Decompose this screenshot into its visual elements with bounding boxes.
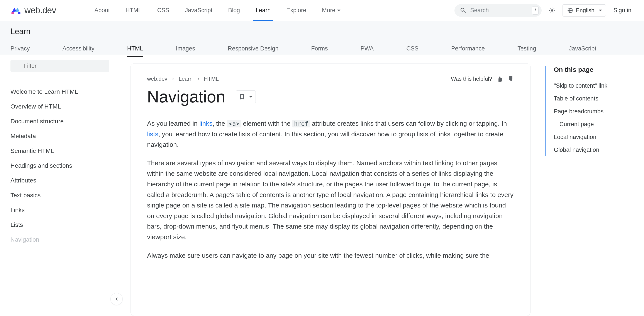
sidebar-item-welcome[interactable]: Welcome to Learn HTML!	[0, 84, 120, 99]
breadcrumb-link[interactable]: Learn	[179, 76, 192, 82]
thumb-up-icon[interactable]	[497, 76, 503, 82]
svg-point-2	[551, 9, 553, 11]
language-selector[interactable]: English	[562, 4, 606, 16]
sidebar-item-metadata[interactable]: Metadata	[0, 129, 120, 144]
sidebar-item-attributes[interactable]: Attributes	[0, 173, 120, 188]
paragraph: Always make sure users can navigate to a…	[147, 250, 514, 261]
topnav: web.dev About HTML CSS JavaScript Blog L…	[0, 0, 644, 21]
sidebar-item-links[interactable]: Links	[0, 203, 120, 217]
top-tab-html[interactable]: HTML	[118, 0, 150, 21]
breadcrumb-link[interactable]: web.dev	[147, 76, 167, 82]
toc-item-local-nav[interactable]: Local navigation	[554, 131, 638, 144]
subtab-testing[interactable]: Testing	[518, 41, 536, 57]
bookmark-button[interactable]	[236, 90, 256, 103]
divider	[0, 81, 120, 81]
svg-point-0	[18, 12, 20, 14]
code-href: href	[292, 120, 310, 128]
main-content: web.dev Learn HTML Was this helpful? Nav…	[120, 55, 644, 316]
sidebar: Welcome to Learn HTML! Overview of HTML …	[0, 55, 120, 316]
helpful-widget: Was this helpful?	[451, 76, 514, 82]
helpful-label: Was this helpful?	[451, 76, 492, 82]
search-placeholder: Search	[470, 7, 532, 14]
subtab-html[interactable]: HTML	[127, 41, 143, 57]
bookmark-icon	[239, 94, 245, 100]
logo[interactable]: web.dev	[10, 5, 56, 16]
sidebar-collapse-button[interactable]	[110, 293, 123, 305]
sidebar-item-overview[interactable]: Overview of HTML	[0, 99, 120, 114]
search-shortcut: /	[532, 6, 538, 14]
filter-container	[0, 55, 120, 77]
filter-input[interactable]	[10, 60, 109, 72]
top-tab-about[interactable]: About	[86, 0, 118, 21]
subheader-title: Learn	[10, 27, 634, 36]
thumb-down-icon[interactable]	[508, 76, 514, 82]
page-title: Navigation	[147, 87, 225, 106]
toc-item-skip[interactable]: "Skip to content" link	[554, 79, 638, 92]
language-label: English	[576, 7, 594, 14]
sidebar-item-semantic-html[interactable]: Semantic HTML	[0, 144, 120, 158]
top-tab-explore[interactable]: Explore	[278, 0, 314, 21]
top-tab-more[interactable]: More	[314, 0, 348, 21]
logo-text: web.dev	[24, 5, 56, 15]
subheader: Learn Privacy Accessibility HTML Images …	[0, 21, 644, 55]
chevron-down-icon	[599, 9, 602, 11]
theme-toggle[interactable]	[547, 5, 557, 16]
breadcrumb: web.dev Learn HTML	[147, 76, 219, 82]
link-links[interactable]: links	[199, 120, 212, 127]
paragraph: There are several types of navigation an…	[147, 158, 514, 243]
table-of-contents: On this page "Skip to content" link Tabl…	[540, 63, 638, 316]
sidebar-item-text-basics[interactable]: Text basics	[0, 188, 120, 203]
chevron-left-icon	[114, 297, 119, 302]
svg-point-1	[11, 12, 14, 14]
subtab-pwa[interactable]: PWA	[360, 41, 374, 57]
top-tabs: About HTML CSS JavaScript Blog Learn Exp…	[86, 0, 348, 21]
toc-item-current-page[interactable]: Current page	[554, 118, 638, 131]
chevron-right-icon	[196, 77, 200, 81]
globe-icon	[567, 7, 573, 13]
subtab-responsive[interactable]: Responsive Design	[228, 41, 279, 57]
subtab-css[interactable]: CSS	[406, 41, 418, 57]
chevron-down-icon	[249, 96, 252, 98]
chevron-right-icon	[171, 77, 175, 81]
toc-item-breadcrumbs[interactable]: Page breadcrumbs	[554, 105, 638, 118]
top-tab-more-label: More	[322, 7, 336, 14]
sidebar-scroll[interactable]: Welcome to Learn HTML! Overview of HTML …	[0, 84, 120, 316]
sidebar-item-headings[interactable]: Headings and sections	[0, 158, 120, 173]
top-tab-blog[interactable]: Blog	[220, 0, 248, 21]
sidebar-item-lists[interactable]: Lists	[0, 217, 120, 232]
top-tab-javascript[interactable]: JavaScript	[177, 0, 220, 21]
search-input[interactable]: Search /	[454, 4, 542, 17]
subtab-forms[interactable]: Forms	[311, 41, 328, 57]
subtab-performance[interactable]: Performance	[451, 41, 485, 57]
paragraph: As you learned in links, the <a> element…	[147, 118, 514, 150]
search-icon	[460, 7, 467, 14]
link-lists[interactable]: lists	[147, 131, 158, 138]
article: web.dev Learn HTML Was this helpful? Nav…	[130, 63, 531, 316]
top-tab-css[interactable]: CSS	[150, 0, 177, 21]
sidebar-item-document-structure[interactable]: Document structure	[0, 114, 120, 129]
breadcrumb-link[interactable]: HTML	[204, 76, 219, 82]
top-right: Search / English Sign in	[454, 4, 634, 17]
signin-button[interactable]: Sign in	[611, 7, 634, 14]
code-a: <a>	[227, 120, 241, 128]
toc-item-toc[interactable]: Table of contents	[554, 92, 638, 105]
logo-icon	[10, 5, 21, 16]
chevron-down-icon	[337, 9, 340, 11]
sun-icon	[548, 7, 556, 14]
subtab-javascript[interactable]: JavaScript	[569, 41, 596, 57]
subtab-images[interactable]: Images	[176, 41, 195, 57]
sidebar-item-navigation[interactable]: Navigation	[0, 232, 120, 247]
top-tab-learn[interactable]: Learn	[248, 0, 278, 21]
toc-title: On this page	[554, 66, 638, 73]
toc-item-global-nav[interactable]: Global navigation	[554, 144, 638, 156]
